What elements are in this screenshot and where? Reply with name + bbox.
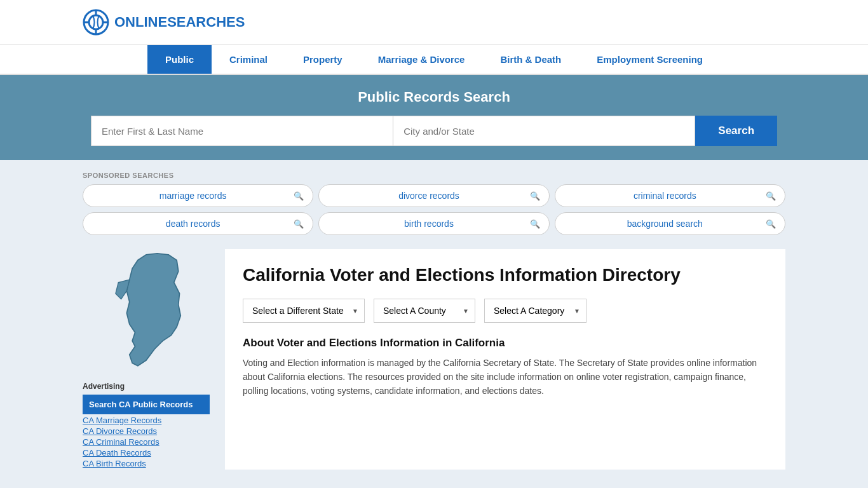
search-icon-birth: 🔍 bbox=[530, 219, 540, 229]
logo-text-colored: SEARCHES bbox=[167, 14, 245, 30]
state-dropdown[interactable]: Select a Different State bbox=[243, 299, 365, 323]
location-input[interactable] bbox=[393, 116, 695, 146]
search-icon-divorce: 🔍 bbox=[530, 191, 540, 201]
sponsored-item-birth[interactable]: birth records 🔍 bbox=[318, 212, 549, 235]
about-title: About Voter and Elections Information in… bbox=[243, 337, 768, 349]
navigation: Public Criminal Property Marriage & Divo… bbox=[0, 45, 868, 75]
logo-text-plain: ONLINE bbox=[114, 14, 167, 30]
search-icon-criminal: 🔍 bbox=[766, 191, 776, 201]
nav-marriage-divorce[interactable]: Marriage & Divorce bbox=[360, 45, 483, 74]
sidebar-link-marriage[interactable]: CA Marriage Records bbox=[83, 416, 210, 425]
sponsored-item-criminal[interactable]: criminal records 🔍 bbox=[555, 184, 785, 207]
content-row: Advertising Search CA Public Records CA … bbox=[83, 249, 785, 470]
advertising-label: Advertising bbox=[83, 382, 210, 391]
county-dropdown-wrapper: Select A County bbox=[374, 299, 475, 323]
header: ONLINESEARCHES bbox=[0, 0, 868, 45]
california-map bbox=[102, 249, 191, 372]
sponsored-item-marriage[interactable]: marriage records 🔍 bbox=[83, 184, 313, 207]
sidebar-link-birth[interactable]: CA Birth Records bbox=[83, 459, 210, 468]
search-banner: Public Records Search Search bbox=[0, 75, 868, 160]
category-dropdown-wrapper: Select A Category bbox=[484, 299, 587, 323]
logo[interactable]: ONLINESEARCHES bbox=[83, 9, 245, 36]
logo-text: ONLINESEARCHES bbox=[114, 14, 245, 30]
main-area: SPONSORED SEARCHES marriage records 🔍 di… bbox=[0, 160, 868, 481]
dropdowns-row: Select a Different State Select A County… bbox=[243, 299, 768, 323]
page-content: California Voter and Elections Informati… bbox=[225, 249, 785, 470]
sidebar-primary-ad[interactable]: Search CA Public Records bbox=[83, 395, 210, 414]
search-icon-background: 🔍 bbox=[766, 219, 776, 229]
about-text: Voting and Election information is manag… bbox=[243, 356, 768, 398]
search-button[interactable]: Search bbox=[695, 116, 777, 146]
nav-criminal[interactable]: Criminal bbox=[212, 45, 285, 74]
logo-icon bbox=[83, 9, 109, 36]
nav-birth-death[interactable]: Birth & Death bbox=[482, 45, 579, 74]
state-dropdown-wrapper: Select a Different State bbox=[243, 299, 365, 323]
sponsored-item-death[interactable]: death records 🔍 bbox=[83, 212, 313, 235]
sidebar-link-death[interactable]: CA Death Records bbox=[83, 448, 210, 458]
nav-employment[interactable]: Employment Screening bbox=[579, 45, 721, 74]
nav-public[interactable]: Public bbox=[147, 45, 212, 74]
nav-property[interactable]: Property bbox=[285, 45, 360, 74]
sidebar-link-divorce[interactable]: CA Divorce Records bbox=[83, 426, 210, 436]
sidebar-link-criminal[interactable]: CA Criminal Records bbox=[83, 437, 210, 447]
search-row: Search bbox=[91, 116, 777, 146]
sidebar: Advertising Search CA Public Records CA … bbox=[83, 249, 210, 470]
sponsored-grid: marriage records 🔍 divorce records 🔍 cri… bbox=[83, 184, 785, 235]
search-banner-title: Public Records Search bbox=[83, 89, 785, 105]
svg-point-1 bbox=[89, 15, 103, 29]
search-icon-marriage: 🔍 bbox=[294, 191, 304, 201]
sponsored-item-divorce[interactable]: divorce records 🔍 bbox=[318, 184, 549, 207]
county-dropdown[interactable]: Select A County bbox=[374, 299, 475, 323]
name-input[interactable] bbox=[91, 116, 393, 146]
page-title: California Voter and Elections Informati… bbox=[243, 264, 768, 286]
category-dropdown[interactable]: Select A Category bbox=[484, 299, 587, 323]
search-icon-death: 🔍 bbox=[294, 219, 304, 229]
sponsored-label: SPONSORED SEARCHES bbox=[83, 172, 785, 179]
sponsored-item-background[interactable]: background search 🔍 bbox=[555, 212, 785, 235]
